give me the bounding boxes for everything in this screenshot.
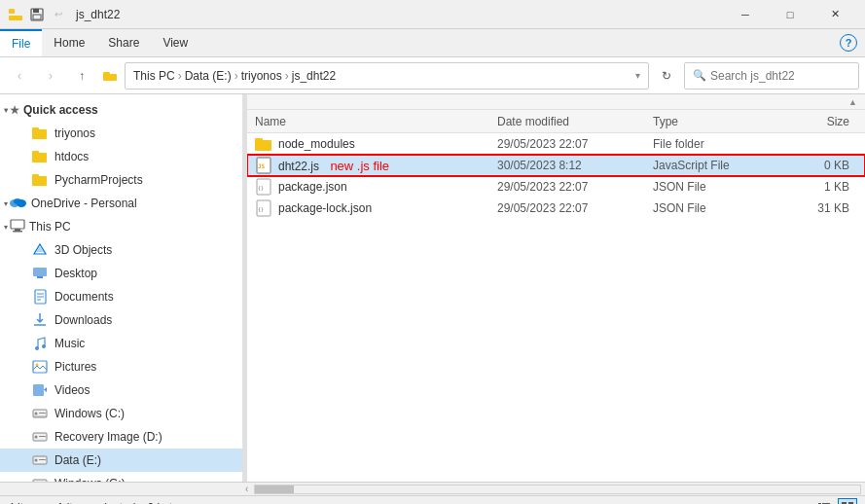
sidebar: ▾ ★ Quick access triyonos 📌 htdocs 📌 Pyc… bbox=[0, 94, 243, 482]
desktop-label: Desktop bbox=[54, 267, 97, 280]
refresh-button[interactable]: ↻ bbox=[653, 62, 680, 90]
scroll-left-btn[interactable]: ‹ bbox=[243, 484, 250, 494]
svg-rect-16 bbox=[11, 220, 24, 229]
hscroll-thumb[interactable] bbox=[255, 486, 294, 493]
svg-rect-21 bbox=[33, 268, 47, 276]
music-icon bbox=[31, 335, 49, 352]
folder-icon bbox=[255, 135, 272, 153]
save-icon bbox=[29, 7, 45, 22]
breadcrumb-js-dht22[interactable]: js_dht22 bbox=[292, 69, 336, 83]
forward-button[interactable]: › bbox=[37, 62, 64, 90]
back-button[interactable]: ‹ bbox=[6, 62, 33, 90]
documents-icon bbox=[31, 288, 49, 306]
sidebar-item-desktop[interactable]: Desktop bbox=[0, 262, 242, 285]
svg-text:{}: {} bbox=[258, 206, 264, 212]
sidebar-section-onedrive[interactable]: ▾ OneDrive - Personal bbox=[0, 192, 242, 215]
drive-c-icon bbox=[31, 405, 49, 422]
quick-access-label: Quick access bbox=[23, 103, 98, 117]
table-row[interactable]: JS dht22.js new .js file 30/05/2023 8:12… bbox=[247, 155, 865, 176]
svg-rect-36 bbox=[39, 413, 46, 414]
drive-e-icon bbox=[31, 451, 49, 469]
svg-text:JS: JS bbox=[258, 162, 266, 169]
file-type-node-modules: File folder bbox=[653, 137, 779, 151]
folder-icon bbox=[31, 125, 49, 142]
details-view-button[interactable] bbox=[814, 498, 834, 505]
tab-share[interactable]: Share bbox=[96, 29, 151, 56]
table-row[interactable]: {} package-lock.json 29/05/2023 22:07 JS… bbox=[247, 198, 865, 219]
svg-rect-3 bbox=[33, 9, 39, 13]
window-title: js_dht22 bbox=[76, 8, 717, 21]
sidebar-item-pycharmprojects[interactable]: PycharmProjects 📌 bbox=[0, 168, 242, 192]
sidebar-item-windows-g[interactable]: Windows (G:) bbox=[0, 472, 242, 482]
selection-size: 0 bytes bbox=[147, 501, 185, 505]
minimize-button[interactable]: ─ bbox=[723, 0, 768, 29]
file-type-package: JSON File bbox=[653, 180, 779, 194]
file-name-node-modules: node_modules bbox=[278, 137, 497, 151]
selection-info: 1 item selected bbox=[57, 501, 136, 505]
3d-objects-icon bbox=[31, 241, 49, 259]
pictures-label: Pictures bbox=[54, 360, 96, 374]
svg-rect-57 bbox=[822, 503, 830, 504]
sidebar-item-downloads[interactable]: Downloads bbox=[0, 308, 242, 332]
file-date-package: 29/05/2023 22:07 bbox=[497, 180, 653, 194]
col-size-header[interactable]: Size bbox=[779, 115, 857, 128]
svg-rect-30 bbox=[33, 361, 47, 373]
help-button[interactable]: ? bbox=[840, 34, 857, 52]
sidebar-item-triyonos[interactable]: triyonos 📌 bbox=[0, 122, 242, 145]
star-icon: ★ bbox=[10, 104, 19, 117]
svg-rect-48 bbox=[255, 138, 263, 142]
sidebar-item-videos[interactable]: Videos bbox=[0, 378, 242, 402]
sidebar-item-data-e[interactable]: Data (E:) bbox=[0, 449, 242, 472]
up-button[interactable]: ↑ bbox=[68, 62, 95, 90]
breadcrumb-data-e[interactable]: Data (E:) bbox=[185, 69, 232, 83]
onedrive-label: OneDrive - Personal bbox=[31, 197, 137, 210]
sidebar-item-recovery-d[interactable]: Recovery Image (D:) bbox=[0, 425, 242, 449]
svg-text:{}: {} bbox=[258, 185, 264, 191]
file-list: ▲ Name Date modified Type Size node_modu… bbox=[247, 94, 865, 482]
titlebar: ↩ js_dht22 ─ □ ✕ bbox=[0, 0, 865, 29]
new-file-label: new .js file bbox=[330, 159, 389, 173]
sidebar-pycharmprojects-label: PycharmProjects bbox=[54, 173, 143, 187]
col-name-label: Name bbox=[255, 115, 286, 128]
expand-arrow-this-pc: ▾ bbox=[4, 223, 8, 232]
close-button[interactable]: ✕ bbox=[812, 0, 857, 29]
large-icons-view-button[interactable] bbox=[838, 498, 857, 505]
svg-point-15 bbox=[14, 198, 21, 204]
breadcrumb-this-pc[interactable]: This PC bbox=[133, 69, 175, 83]
tab-view[interactable]: View bbox=[151, 29, 199, 56]
col-name-header[interactable]: Name bbox=[255, 115, 497, 128]
col-type-header[interactable]: Type bbox=[653, 115, 779, 128]
sidebar-item-htdocs[interactable]: htdocs 📌 bbox=[0, 145, 242, 168]
sidebar-item-documents[interactable]: Documents bbox=[0, 285, 242, 308]
horizontal-scrollbar[interactable]: ‹ bbox=[0, 482, 865, 495]
col-date-header[interactable]: Date modified bbox=[497, 115, 653, 128]
file-size-package-lock: 31 KB bbox=[779, 201, 857, 215]
tab-file[interactable]: File bbox=[0, 29, 42, 56]
ribbon-tabs: File Home Share View ? bbox=[0, 29, 865, 56]
undo-icon: ↩ bbox=[51, 7, 66, 22]
svg-point-42 bbox=[35, 459, 38, 462]
search-box: 🔍 bbox=[684, 62, 859, 90]
dht22-filename: dht22.js bbox=[278, 160, 319, 173]
svg-rect-0 bbox=[9, 9, 15, 14]
file-date-dht22: 30/05/2023 8:12 bbox=[497, 159, 653, 172]
breadcrumb[interactable]: This PC › Data (E:) › triyonos › js_dht2… bbox=[125, 62, 649, 90]
sidebar-item-music[interactable]: Music bbox=[0, 332, 242, 355]
search-input[interactable] bbox=[710, 69, 850, 83]
sidebar-item-pictures[interactable]: Pictures bbox=[0, 355, 242, 378]
table-row[interactable]: {} package.json 29/05/2023 22:07 JSON Fi… bbox=[247, 176, 865, 198]
sidebar-section-this-pc[interactable]: ▾ This PC bbox=[0, 215, 242, 238]
sidebar-section-quick-access[interactable]: ▾ ★ Quick access bbox=[0, 98, 242, 122]
sidebar-item-windows-c[interactable]: Windows (C:) bbox=[0, 402, 242, 425]
windows-c-label: Windows (C:) bbox=[54, 407, 125, 420]
hscroll-track[interactable] bbox=[254, 485, 861, 494]
svg-point-39 bbox=[35, 436, 38, 439]
folder-icon bbox=[31, 148, 49, 165]
sidebar-item-3d-objects[interactable]: 3D Objects bbox=[0, 238, 242, 262]
breadcrumb-dropdown[interactable]: ▾ bbox=[635, 70, 640, 81]
desktop-icon bbox=[31, 265, 49, 282]
maximize-button[interactable]: □ bbox=[768, 0, 812, 29]
tab-home[interactable]: Home bbox=[42, 29, 96, 56]
breadcrumb-triyonos[interactable]: triyonos bbox=[241, 69, 282, 83]
table-row[interactable]: node_modules 29/05/2023 22:07 File folde… bbox=[247, 133, 865, 155]
